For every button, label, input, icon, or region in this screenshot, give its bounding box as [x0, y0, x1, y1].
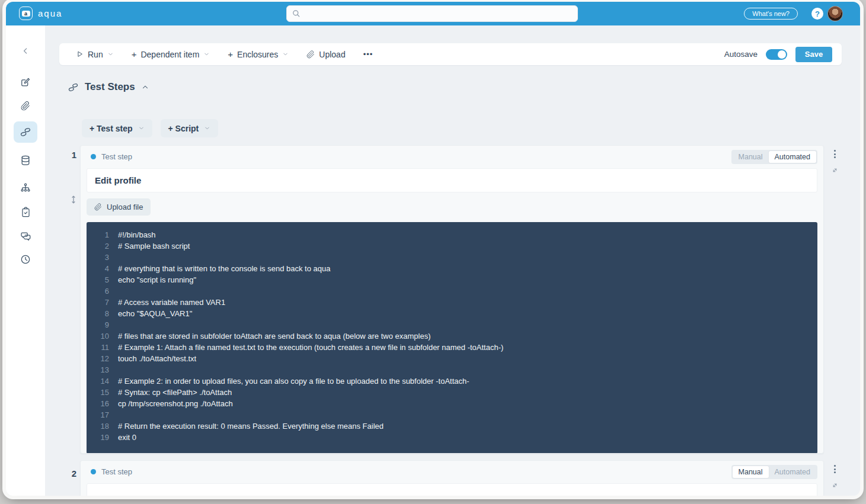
sidebar-item-hierarchy[interactable]: [14, 178, 37, 199]
play-icon: [76, 50, 84, 58]
manual-tab[interactable]: Manual: [733, 466, 769, 478]
step-header: Test step Manual Automated: [81, 461, 823, 483]
page-title: Test Steps: [85, 81, 135, 93]
step-title-field[interactable]: Edit profile: [87, 168, 817, 192]
search-input[interactable]: [301, 9, 573, 18]
add-script-label: + Script: [168, 124, 199, 133]
chat-bubbles-icon: [20, 230, 31, 242]
chevron-up-icon[interactable]: [141, 83, 149, 91]
paperclip-icon: [306, 50, 315, 59]
sidebar-item-database[interactable]: [14, 150, 37, 171]
enclosures-button[interactable]: + Enclosures: [228, 49, 289, 59]
test-steps-icon: [20, 126, 31, 138]
sidebar-item-attachments[interactable]: [14, 95, 37, 117]
drag-handle-icon[interactable]: [69, 195, 78, 207]
sidebar-item-comments[interactable]: [14, 225, 37, 246]
run-label: Run: [88, 50, 103, 59]
code-line: 15# Syntax: cp <filePath> ./toAttach: [92, 387, 811, 398]
step-menu-kebab-icon[interactable]: [833, 464, 837, 474]
aqua-logo[interactable]: a aqua: [19, 7, 62, 20]
step-side-actions: [829, 149, 841, 174]
avatar[interactable]: [827, 6, 843, 21]
code-line: 10# files that are stored in subfolder t…: [92, 330, 811, 342]
clock-icon: [20, 253, 31, 265]
script-code-editor[interactable]: 1#!/bin/bash2# Sample bash script34# eve…: [87, 222, 817, 454]
hierarchy-icon: [20, 182, 31, 194]
upload-file-button[interactable]: Upload file: [87, 198, 151, 216]
paperclip-icon: [20, 100, 31, 112]
sidebar-collapse-button[interactable]: [14, 40, 37, 62]
test-step-card: Test step Manual Automated: [80, 460, 824, 496]
code-line: 19exit 0: [92, 432, 811, 443]
code-line: 2# Sample bash script: [92, 240, 811, 252]
step-type-label: Test step: [101, 467, 132, 476]
automated-tab[interactable]: Automated: [769, 466, 816, 478]
code-line: 7# Access variable named VAR1: [92, 297, 811, 308]
dependent-item-button[interactable]: + Dependent item: [132, 49, 210, 59]
sidebar-item-edit[interactable]: [14, 72, 37, 93]
code-line: 13: [92, 364, 811, 375]
autosave-label: Autosave: [724, 50, 758, 59]
database-icon: [20, 155, 31, 166]
step-number: 1: [68, 150, 81, 160]
sidebar-item-history[interactable]: [14, 249, 37, 270]
code-line: 1#!/bin/bash: [92, 229, 811, 240]
plus-icon: +: [132, 49, 137, 59]
step-status-dot: [91, 154, 96, 159]
chevron-down-icon: [107, 51, 114, 57]
test-steps-icon: [68, 82, 79, 93]
expand-icon[interactable]: [831, 166, 839, 174]
step-menu-kebab-icon[interactable]: [833, 149, 837, 159]
upload-button[interactable]: Upload: [306, 50, 345, 59]
manual-tab[interactable]: Manual: [733, 151, 769, 163]
more-actions-button[interactable]: •••: [363, 50, 373, 59]
dependent-item-label: Dependent item: [140, 50, 199, 59]
upload-file-label: Upload file: [107, 203, 143, 211]
autosave-toggle[interactable]: [766, 49, 787, 60]
aqua-logo-icon: a: [19, 7, 33, 20]
code-line: 5echo "script is running": [92, 274, 811, 285]
code-line: 16cp /tmp/screenshot.png ./toAttach: [92, 398, 811, 409]
test-steps-header: Test Steps: [68, 81, 149, 93]
chevron-down-icon: [138, 125, 145, 131]
enclosures-label: Enclosures: [237, 50, 278, 59]
search-icon: [292, 9, 301, 18]
add-test-step-label: + Test step: [90, 124, 133, 133]
aqua-logo-text: aqua: [38, 8, 62, 18]
add-script-button[interactable]: + Script: [161, 119, 219, 137]
top-bar: a aqua What's new? ?: [6, 2, 860, 25]
upload-label: Upload: [319, 50, 345, 59]
code-editor-lines: 1#!/bin/bash2# Sample bash script34# eve…: [92, 229, 811, 443]
sidebar: [6, 25, 45, 496]
code-line: 3: [92, 252, 811, 263]
step-side-actions: [829, 464, 841, 489]
global-search[interactable]: [286, 5, 578, 22]
add-test-step-button[interactable]: + Test step: [82, 119, 152, 137]
run-button[interactable]: Run: [76, 50, 114, 59]
step-header: Test step Manual Automated: [81, 146, 823, 168]
code-line: 6: [92, 285, 811, 297]
whats-new-button[interactable]: What's new?: [744, 8, 798, 20]
code-line: 9: [92, 319, 811, 330]
expand-icon[interactable]: [831, 481, 839, 489]
mode-switch: Manual Automated: [731, 150, 817, 164]
code-line: 18# Return the execution result: 0 means…: [92, 420, 811, 432]
sidebar-item-test-steps[interactable]: [14, 121, 37, 143]
sidebar-item-checklist[interactable]: [14, 201, 37, 223]
plus-icon: +: [228, 49, 233, 59]
save-button[interactable]: Save: [795, 47, 832, 62]
help-button[interactable]: ?: [811, 8, 823, 20]
code-line: 14# Example 2: in order to upload files,…: [92, 375, 811, 387]
step-type-label: Test step: [101, 152, 132, 161]
code-line: 4# everything that is written to the con…: [92, 263, 811, 274]
mode-switch: Manual Automated: [731, 465, 817, 479]
clipboard-check-icon: [20, 207, 31, 218]
item-toolbar: Run + Dependent item + Enclosures Upload…: [59, 43, 842, 65]
chevron-down-icon: [282, 51, 289, 57]
code-line: 17: [92, 409, 811, 420]
main-content: Run + Dependent item + Enclosures Upload…: [45, 25, 860, 496]
chevron-left-icon: [21, 46, 30, 56]
code-line: 12touch ./toAttach/test.txt: [92, 353, 811, 364]
step-title-field[interactable]: [87, 483, 817, 496]
automated-tab[interactable]: Automated: [769, 151, 816, 163]
